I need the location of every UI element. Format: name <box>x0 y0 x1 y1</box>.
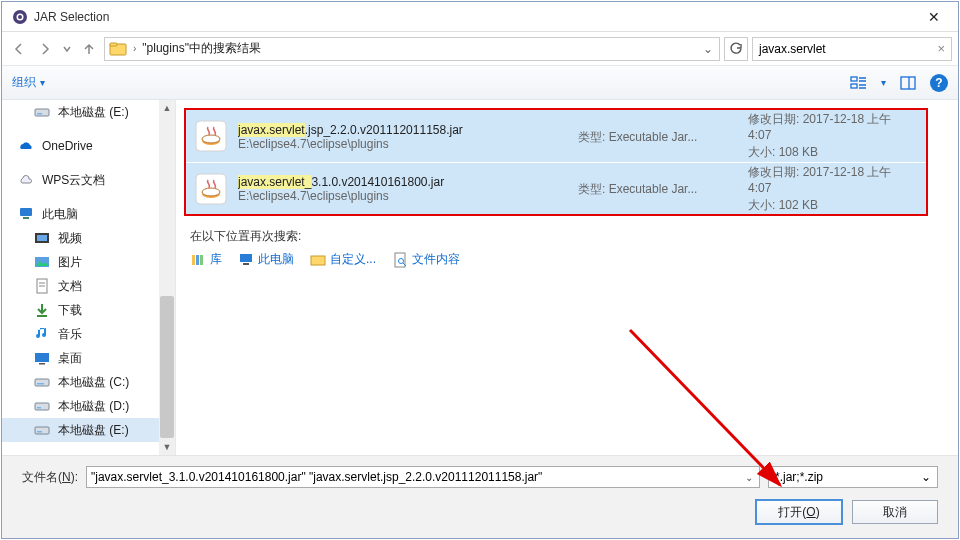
svg-rect-7 <box>901 77 915 89</box>
back-button[interactable] <box>8 38 30 60</box>
cancel-button[interactable]: 取消 <box>852 500 938 524</box>
svg-rect-37 <box>243 263 249 265</box>
svg-rect-22 <box>37 383 44 385</box>
sidebar-item-onedrive[interactable]: OneDrive <box>2 134 175 158</box>
sidebar-item-wps[interactable]: WPS云文档 <box>2 168 175 192</box>
jar-icon <box>194 119 228 153</box>
sidebar-item-drive-e[interactable]: 本地磁盘 (E:) <box>2 100 175 124</box>
result-item[interactable]: javax.servlet_3.1.0.v201410161800.jar E:… <box>186 162 926 214</box>
search-again-libraries[interactable]: 库 <box>190 251 222 268</box>
pc-icon <box>18 206 34 222</box>
svg-rect-6 <box>851 84 857 88</box>
open-button[interactable]: 打开(O) <box>756 500 842 524</box>
chevron-right-icon: › <box>129 43 140 54</box>
svg-rect-5 <box>851 77 857 81</box>
music-icon <box>34 326 50 342</box>
close-button[interactable]: ✕ <box>914 3 954 31</box>
svg-rect-25 <box>35 427 49 434</box>
file-path: E:\eclipse4.7\eclipse\plugins <box>238 137 568 151</box>
chevron-down-icon[interactable]: ⌄ <box>921 470 931 484</box>
folder-icon <box>109 40 127 58</box>
onedrive-icon <box>18 138 34 154</box>
file-content-icon <box>392 252 408 268</box>
refresh-button[interactable] <box>724 37 748 61</box>
address-dropdown-icon[interactable]: ⌄ <box>699 42 717 56</box>
forward-button[interactable] <box>34 38 56 60</box>
preview-pane-button[interactable] <box>898 73 918 93</box>
svg-rect-23 <box>35 403 49 410</box>
sidebar-item-music[interactable]: 音乐 <box>2 322 175 346</box>
search-again-header: 在以下位置再次搜索: <box>190 228 944 245</box>
svg-point-32 <box>202 188 220 196</box>
svg-rect-38 <box>311 256 325 265</box>
drive-icon <box>34 398 50 414</box>
video-icon <box>34 230 50 246</box>
results-pane: javax.servlet.jsp_2.2.0.v201112011158.ja… <box>176 100 958 455</box>
file-name: javax.servlet_3.1.0.v201410161800.jar <box>238 174 568 189</box>
library-icon <box>190 252 206 268</box>
nav-row: › "plugins"中的搜索结果 ⌄ javax.servlet × <box>2 32 958 66</box>
sidebar-item-downloads[interactable]: 下载 <box>2 298 175 322</box>
organize-menu[interactable]: 组织 ▾ <box>12 74 45 91</box>
drive-icon <box>34 104 50 120</box>
scroll-up-icon[interactable]: ▲ <box>159 100 175 116</box>
sidebar-item-drive-c[interactable]: 本地磁盘 (C:) <box>2 370 175 394</box>
titlebar: JAR Selection ✕ <box>2 2 958 32</box>
svg-rect-35 <box>200 255 203 265</box>
sidebar-item-pictures[interactable]: 图片 <box>2 250 175 274</box>
svg-rect-14 <box>37 235 47 241</box>
sidebar-scrollbar[interactable]: ▲ ▼ <box>159 100 175 455</box>
svg-rect-26 <box>37 431 42 433</box>
help-button[interactable]: ? <box>930 74 948 92</box>
recent-dropdown[interactable] <box>60 38 74 60</box>
sidebar-item-documents[interactable]: 文档 <box>2 274 175 298</box>
svg-rect-21 <box>35 379 49 386</box>
file-path: E:\eclipse4.7\eclipse\plugins <box>238 189 568 203</box>
search-again-this-pc[interactable]: 此电脑 <box>238 251 294 268</box>
filename-input[interactable]: "javax.servlet_3.1.0.v201410161800.jar" … <box>86 466 760 488</box>
svg-point-2 <box>18 15 22 19</box>
file-name: javax.servlet.jsp_2.2.0.v201112011158.ja… <box>238 122 568 137</box>
filter-select[interactable]: *.jar;*.zip ⌄ <box>768 466 938 488</box>
toolbar: 组织 ▾ ▾ ? <box>2 66 958 100</box>
search-again-custom[interactable]: 自定义... <box>310 251 376 268</box>
jar-icon <box>194 172 228 206</box>
drive-icon <box>34 374 50 390</box>
folder-icon <box>310 252 326 268</box>
scroll-thumb[interactable] <box>160 296 174 438</box>
desktop-icon <box>34 350 50 366</box>
svg-rect-24 <box>37 407 41 409</box>
search-input[interactable]: javax.servlet × <box>752 37 952 61</box>
result-item[interactable]: javax.servlet.jsp_2.2.0.v201112011158.ja… <box>186 110 926 162</box>
search-again-contents[interactable]: 文件内容 <box>392 251 460 268</box>
sidebar-item-drive-d[interactable]: 本地磁盘 (D:) <box>2 394 175 418</box>
sidebar-item-videos[interactable]: 视频 <box>2 226 175 250</box>
chevron-down-icon[interactable]: ▾ <box>881 77 886 88</box>
svg-rect-34 <box>196 255 199 265</box>
svg-rect-20 <box>39 363 45 365</box>
search-text: javax.servlet <box>759 42 826 56</box>
app-icon <box>12 9 28 25</box>
chevron-down-icon[interactable]: ⌄ <box>743 472 755 483</box>
up-button[interactable] <box>78 38 100 60</box>
sidebar-item-desktop[interactable]: 桌面 <box>2 346 175 370</box>
sidebar-item-this-pc[interactable]: 此电脑 <box>2 202 175 226</box>
svg-rect-36 <box>240 254 252 262</box>
window-title: JAR Selection <box>34 10 914 24</box>
result-highlight-box: javax.servlet.jsp_2.2.0.v201112011158.ja… <box>184 108 928 216</box>
search-again-section: 在以下位置再次搜索: 库 此电脑 自定义... 文件内容 <box>176 222 958 274</box>
view-options-button[interactable] <box>849 73 869 93</box>
download-icon <box>34 302 50 318</box>
svg-rect-10 <box>37 113 42 115</box>
breadcrumb-text: "plugins"中的搜索结果 <box>140 40 263 57</box>
scroll-down-icon[interactable]: ▼ <box>159 439 175 455</box>
svg-rect-4 <box>110 43 117 46</box>
sidebar: 本地磁盘 (E:) OneDrive WPS云文档 此电脑 视频 图片 文档 下… <box>2 100 176 455</box>
sidebar-item-drive-e2[interactable]: 本地磁盘 (E:) <box>2 418 175 442</box>
pc-icon <box>238 252 254 268</box>
bottom-panel: 文件名(N): "javax.servlet_3.1.0.v2014101618… <box>2 455 958 538</box>
address-bar[interactable]: › "plugins"中的搜索结果 ⌄ <box>104 37 720 61</box>
clear-search-icon[interactable]: × <box>937 41 945 56</box>
wps-icon <box>18 172 34 188</box>
chevron-down-icon: ▾ <box>40 77 45 88</box>
